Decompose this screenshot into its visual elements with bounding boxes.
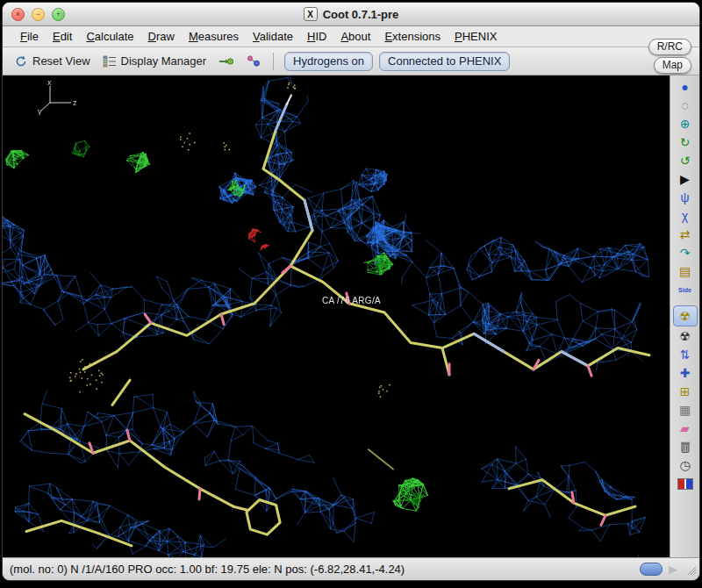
translate-arrows-icon[interactable]: ⊕ [674, 115, 697, 133]
window-title-text: Coot 0.7.1-pre [323, 8, 399, 21]
zoom-button[interactable]: + [52, 8, 65, 21]
add-atom-icon[interactable]: ⊞ [674, 383, 697, 400]
minimize-button[interactable]: − [32, 8, 45, 21]
clock-icon[interactable]: ◷ [674, 456, 697, 474]
desktop: { "window": { "title": "Coot 0.7.1-pre",… [0, 0, 702, 588]
side-chain-icon[interactable]: Side [674, 281, 697, 298]
phi-psi-icon-glyph: ψ [681, 191, 690, 204]
go-to-residue-button[interactable] [242, 52, 265, 70]
phenix-toggle-button[interactable]: Connected to PHENIX [379, 52, 510, 71]
torsion-arrows-icon-glyph: ↺ [680, 154, 691, 167]
sheet-icon[interactable]: ▤ [674, 262, 697, 280]
go-to-atom-button[interactable] [214, 53, 239, 70]
toolbar-separator [273, 53, 274, 70]
rotate-arrows-icon[interactable]: ↻ [674, 133, 697, 151]
scrollbar-thumb[interactable] [640, 563, 663, 576]
side-chain-icon-glyph: Side [678, 287, 691, 293]
play-icon[interactable]: ▶ [674, 170, 697, 188]
resize-grip[interactable] [684, 563, 697, 576]
rotamer-icon[interactable]: ↷ [674, 244, 697, 262]
title-bar[interactable]: × − + X Coot 0.7.1-pre [3, 3, 699, 26]
sphere-icon[interactable]: ● [674, 78, 697, 96]
hydrogens-toggle-button[interactable]: Hydrogens on [284, 52, 373, 71]
status-text: (mol. no: 0) N /1/A/160 PRO occ: 1.00 bf… [10, 563, 634, 576]
translate-arrows-icon-glyph: ⊕ [680, 118, 691, 130]
menu-item-extensions[interactable]: Extensions [377, 28, 448, 45]
dashed-circle-icon[interactable]: ◌ [674, 97, 697, 114]
traffic-lights: × − + [11, 3, 65, 25]
play-icon[interactable]: ▶ [669, 563, 677, 576]
refine-radiation-icon-glyph: ☢ [679, 310, 691, 322]
rotamer-icon-glyph: ↷ [680, 247, 691, 259]
toolbar: Reset View Display Manager [3, 47, 699, 75]
refine-radiation-icon[interactable]: ☢ [673, 305, 698, 326]
rotate-translate-icon[interactable]: ✚ [674, 364, 697, 382]
x11-icon: X [304, 7, 318, 21]
menu-item-measures[interactable]: Measures [182, 28, 246, 45]
sheet-icon-glyph: ▤ [679, 265, 691, 277]
flip-arrows-icon[interactable]: ⇄ [674, 226, 697, 243]
swatch-graphic [677, 478, 693, 490]
map-button[interactable]: Map [654, 57, 691, 74]
chi-angles-icon[interactable]: χ [674, 207, 697, 225]
main-area: x z y CA /76 ARG/A ●◌⊕↻↺▶ψχ⇄↷▤Side☢☢⇅✚⊞▦… [3, 75, 699, 557]
rrc-button[interactable]: R/RC [648, 39, 691, 55]
add-atom-icon-glyph: ⊞ [680, 385, 691, 398]
eraser-icon-glyph: ▰ [680, 422, 690, 434]
regularize-radiation-icon[interactable]: ☢ [674, 327, 697, 345]
menu-item-validate[interactable]: Validate [246, 28, 300, 45]
phi-psi-icon[interactable]: ψ [674, 189, 697, 206]
go-to-residue-icon [247, 54, 261, 68]
mutate-icon[interactable]: ▦ [674, 401, 697, 419]
pep-flip-icon[interactable]: ⇅ [674, 346, 697, 363]
menu-item-hid[interactable]: HID [300, 28, 333, 45]
go-to-atom-icon [218, 55, 234, 68]
gl-canvas[interactable] [3, 75, 670, 557]
sphere-icon-glyph: ● [681, 81, 688, 93]
trash-icon[interactable] [674, 438, 697, 455]
window-title: X Coot 0.7.1-pre [304, 7, 399, 21]
rotate-arrows-icon-glyph: ↻ [680, 136, 691, 148]
gl-viewport: x z y CA /76 ARG/A [3, 75, 670, 557]
menu-item-file[interactable]: File [13, 28, 46, 45]
right-toolbar: ●◌⊕↻↺▶ψχ⇄↷▤Side☢☢⇅✚⊞▦▰◷ [670, 75, 699, 557]
reset-view-label: Reset View [32, 54, 90, 68]
menu-item-calculate[interactable]: Calculate [79, 28, 140, 45]
reset-view-icon [14, 54, 28, 68]
status-bar: (mol. no: 0) N /1/A/160 PRO occ: 1.00 bf… [3, 557, 699, 580]
display-manager-label: Display Manager [121, 54, 207, 68]
flip-arrows-icon-glyph: ⇄ [680, 228, 691, 240]
menu-item-edit[interactable]: Edit [46, 28, 79, 45]
mutate-icon-glyph: ▦ [679, 404, 691, 416]
chi-angles-icon-glyph: χ [682, 210, 688, 222]
menu-item-phenix[interactable]: PHENIX [448, 28, 504, 45]
app-window: × − + X Coot 0.7.1-pre FileEditCalculate… [2, 2, 700, 581]
rotate-translate-icon-glyph: ✚ [680, 367, 691, 379]
menu-bar: FileEditCalculateDrawMeasuresValidateHID… [3, 26, 699, 47]
display-manager-button[interactable]: Display Manager [98, 52, 211, 71]
menu-item-draw[interactable]: Draw [141, 28, 182, 45]
dashed-circle-icon-glyph: ◌ [681, 99, 688, 111]
display-manager-icon [103, 54, 117, 68]
close-button[interactable]: × [11, 8, 25, 21]
play-icon-glyph: ▶ [680, 173, 690, 185]
colours-swatch-icon[interactable] [674, 475, 697, 492]
trash-glyph [679, 441, 691, 454]
reset-view-button[interactable]: Reset View [10, 52, 95, 71]
menu-item-about[interactable]: About [333, 28, 377, 45]
clock-icon-glyph: ◷ [679, 459, 690, 471]
torsion-arrows-icon[interactable]: ↺ [674, 152, 697, 169]
pep-flip-icon-glyph: ⇅ [680, 348, 691, 361]
regularize-radiation-icon-glyph: ☢ [679, 330, 691, 342]
eraser-icon[interactable]: ▰ [674, 419, 697, 437]
